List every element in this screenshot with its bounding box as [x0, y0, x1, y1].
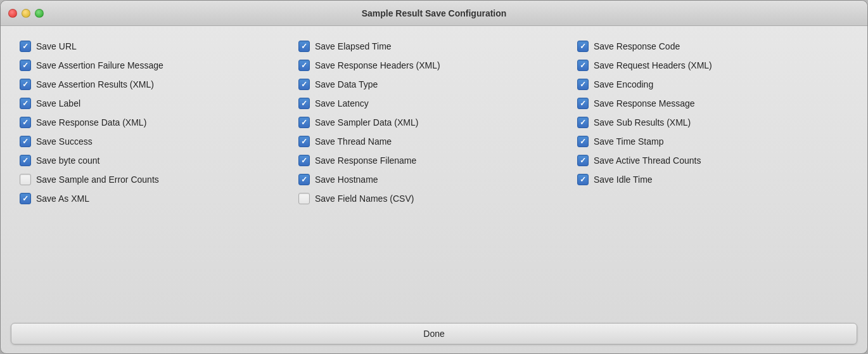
checkbox-save-response-filename[interactable] [298, 155, 310, 166]
label-save-assertion-failure: Save Assertion Failure Message [36, 60, 163, 70]
checkbox-save-active-thread-counts[interactable] [577, 155, 589, 166]
checkbox-save-response-message[interactable] [577, 98, 589, 109]
checkboxes-grid: Save URLSave Assertion Failure MessageSa… [16, 37, 852, 310]
checkbox-save-response-data[interactable] [20, 117, 31, 128]
done-button[interactable]: Done [11, 323, 857, 344]
checkbox-item-save-thread-name[interactable]: Save Thread Name [295, 133, 573, 150]
checkbox-item-save-sampler-data[interactable]: Save Sampler Data (XML) [295, 114, 573, 131]
checkbox-save-time-stamp[interactable] [577, 136, 589, 147]
checkbox-item-save-data-type[interactable]: Save Data Type [295, 75, 573, 93]
checkbox-item-save-response-filename[interactable]: Save Response Filename [295, 152, 573, 169]
checkbox-save-byte-count[interactable] [20, 155, 31, 166]
checkbox-item-save-byte-count[interactable]: Save byte count [16, 152, 295, 169]
checkbox-item-save-field-names[interactable]: Save Field Names (CSV) [295, 190, 573, 207]
label-save-response-data: Save Response Data (XML) [36, 117, 146, 128]
checkbox-save-idle-time[interactable] [577, 174, 589, 185]
checkbox-save-response-code[interactable] [577, 41, 589, 52]
checkbox-save-assertion-failure[interactable] [20, 60, 31, 71]
checkbox-save-label[interactable] [20, 98, 31, 109]
checkbox-item-save-encoding[interactable]: Save Encoding [573, 75, 852, 93]
checkbox-item-save-response-data[interactable]: Save Response Data (XML) [16, 114, 295, 131]
label-save-hostname: Save Hostname [315, 174, 378, 185]
close-button[interactable] [8, 9, 17, 18]
label-save-sampler-data: Save Sampler Data (XML) [315, 117, 418, 128]
checkbox-save-hostname[interactable] [298, 174, 310, 185]
footer: Done [1, 318, 867, 353]
checkbox-item-save-idle-time[interactable]: Save Idle Time [573, 171, 852, 188]
checkbox-save-thread-name[interactable] [298, 136, 310, 147]
label-save-assertion-results: Save Assertion Results (XML) [36, 79, 154, 89]
checkbox-item-save-active-thread-counts[interactable]: Save Active Thread Counts [573, 152, 852, 169]
column-1: Save URLSave Assertion Failure MessageSa… [16, 37, 295, 310]
label-save-response-message: Save Response Message [594, 98, 695, 108]
checkbox-item-save-sample-error[interactable]: Save Sample and Error Counts [16, 171, 295, 188]
checkbox-save-success[interactable] [20, 136, 31, 147]
checkbox-save-latency[interactable] [298, 98, 310, 109]
checkbox-item-save-elapsed-time[interactable]: Save Elapsed Time [295, 37, 573, 55]
checkbox-item-save-sub-results[interactable]: Save Sub Results (XML) [573, 114, 852, 131]
label-save-idle-time: Save Idle Time [594, 174, 653, 185]
checkbox-item-save-request-headers[interactable]: Save Request Headers (XML) [573, 56, 852, 74]
checkbox-save-field-names[interactable] [298, 193, 310, 204]
checkbox-save-elapsed-time[interactable] [298, 41, 310, 52]
traffic-lights [8, 9, 44, 18]
checkbox-item-save-label[interactable]: Save Label [16, 95, 295, 112]
checkbox-save-request-headers[interactable] [577, 60, 589, 71]
checkbox-save-sampler-data[interactable] [298, 117, 310, 128]
checkbox-save-data-type[interactable] [298, 79, 310, 90]
label-save-label: Save Label [36, 98, 80, 108]
label-save-data-type: Save Data Type [315, 79, 378, 89]
checkbox-item-save-response-headers[interactable]: Save Response Headers (XML) [295, 56, 573, 74]
label-save-field-names: Save Field Names (CSV) [315, 193, 414, 204]
maximize-button[interactable] [35, 9, 44, 18]
checkbox-item-save-url[interactable]: Save URL [16, 37, 295, 55]
minimize-button[interactable] [22, 9, 30, 18]
label-save-encoding: Save Encoding [594, 79, 653, 89]
column-2: Save Elapsed TimeSave Response Headers (… [295, 37, 573, 310]
window-title: Sample Result Save Configuration [362, 8, 507, 18]
label-save-response-code: Save Response Code [594, 41, 680, 51]
label-save-elapsed-time: Save Elapsed Time [315, 41, 392, 51]
checkbox-item-save-assertion-failure[interactable]: Save Assertion Failure Message [16, 56, 295, 74]
label-save-as-xml: Save As XML [36, 193, 89, 204]
checkbox-save-assertion-results[interactable] [20, 79, 31, 90]
checkbox-save-sub-results[interactable] [577, 117, 589, 128]
checkbox-item-save-response-message[interactable]: Save Response Message [573, 95, 852, 112]
checkbox-item-save-assertion-results[interactable]: Save Assertion Results (XML) [16, 75, 295, 93]
checkbox-save-encoding[interactable] [577, 79, 589, 90]
label-save-sample-error: Save Sample and Error Counts [36, 174, 159, 185]
checkbox-item-save-as-xml[interactable]: Save As XML [16, 190, 295, 207]
label-save-byte-count: Save byte count [36, 155, 99, 166]
checkbox-item-save-latency[interactable]: Save Latency [295, 95, 573, 112]
column-3: Save Response CodeSave Request Headers (… [573, 37, 852, 310]
content-area: Save URLSave Assertion Failure MessageSa… [1, 26, 867, 318]
checkbox-save-as-xml[interactable] [20, 193, 31, 204]
checkbox-save-sample-error[interactable] [20, 174, 31, 185]
checkbox-item-save-hostname[interactable]: Save Hostname [295, 171, 573, 188]
checkbox-save-response-headers[interactable] [298, 60, 310, 71]
label-save-time-stamp: Save Time Stamp [594, 136, 664, 147]
label-save-latency: Save Latency [315, 98, 369, 108]
label-save-success: Save Success [36, 136, 93, 147]
checkbox-item-save-time-stamp[interactable]: Save Time Stamp [573, 133, 852, 150]
checkbox-item-save-response-code[interactable]: Save Response Code [573, 37, 852, 55]
label-save-response-headers: Save Response Headers (XML) [315, 60, 440, 70]
title-bar: Sample Result Save Configuration [1, 1, 867, 26]
label-save-response-filename: Save Response Filename [315, 155, 416, 166]
label-save-active-thread-counts: Save Active Thread Counts [594, 155, 701, 166]
label-save-sub-results: Save Sub Results (XML) [594, 117, 691, 128]
main-window: Sample Result Save Configuration Save UR… [0, 0, 868, 354]
checkbox-save-url[interactable] [20, 41, 31, 52]
label-save-request-headers: Save Request Headers (XML) [594, 60, 712, 70]
label-save-thread-name: Save Thread Name [315, 136, 392, 147]
label-save-url: Save URL [36, 41, 77, 51]
checkbox-item-save-success[interactable]: Save Success [16, 133, 295, 150]
